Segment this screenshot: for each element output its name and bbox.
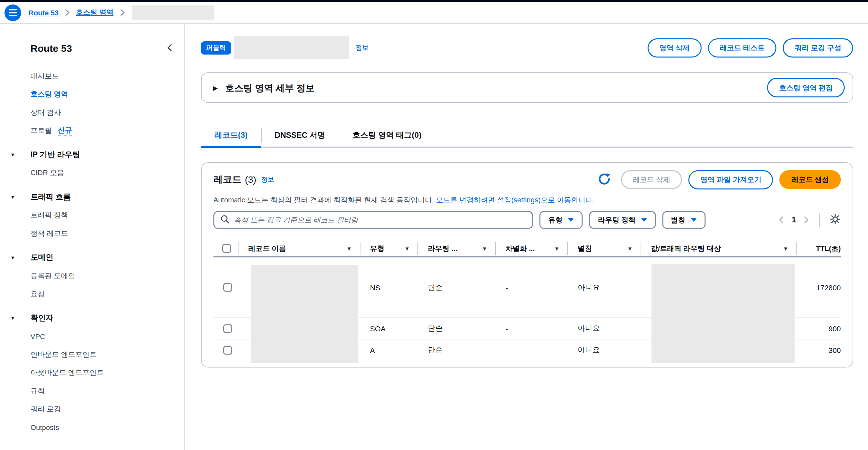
caret-right-icon[interactable]: ▶ [213,84,218,91]
sidebar-item-registered-domains[interactable]: 등록된 도메인 [9,267,174,285]
chevron-right-icon [119,9,126,17]
record-type-cell: SOA [360,324,418,333]
sidebar-item-outposts[interactable]: Outposts [9,418,174,437]
tab-zone-tags[interactable]: 호스팅 영역 태그(0) [339,125,435,147]
routing-policy-cell: 단순 [418,324,496,333]
sidebar-item-query-logging[interactable]: 쿼리 로깅 [9,400,174,419]
table-settings-button[interactable] [830,213,841,226]
sidebar-section-domains[interactable]: ▼ 도메인 [9,249,174,267]
record-values-redacted [652,264,795,363]
caret-down-icon: ▼ [9,316,31,321]
ttl-cell: 172800 [797,283,841,292]
column-alias: 별칭 [578,244,592,253]
next-page-button[interactable] [803,216,809,224]
zone-name-redacted [234,36,349,59]
record-search-box[interactable] [213,211,533,229]
row-checkbox[interactable] [223,346,232,355]
public-zone-badge: 퍼블릭 [201,41,231,55]
records-table-header: 레코드 이름▼ 유형▼ 라우팅 ...▼ 차별화 ...▼ 별칭▼ 값/트래픽 … [213,241,841,258]
hamburger-icon [9,12,17,13]
caret-down-icon: ▼ [9,152,31,157]
sidebar-section-resolver[interactable]: ▼ 확인자 [9,309,174,327]
breadcrumb: Route 53 호스팅 영역 [29,6,214,20]
sidebar-item-health-checks[interactable]: 상태 검사 [9,103,174,122]
search-icon [220,214,230,226]
sidebar-item-dashboard[interactable]: 대시보드 [9,67,174,85]
column-record-name: 레코드 이름 [248,244,286,253]
differentiator-cell: - [496,324,568,333]
column-type: 유형 [370,244,384,253]
alias-cell: 아니요 [568,346,641,355]
sidebar-item-profiles[interactable]: 프로필 신규 [9,122,174,140]
import-zone-file-button[interactable]: 영역 파일 가져오기 [689,170,773,189]
records-description: Automatic 모드는 최상의 필터 결과에 최적화된 현재 검색 동작입니… [213,196,841,205]
record-names-redacted [251,265,358,363]
sidebar-item-policy-records[interactable]: 정책 레코드 [9,224,174,243]
tab-dnssec-signing[interactable]: DNSSEC 서명 [261,125,339,147]
chevron-left-icon [166,43,174,54]
breadcrumb-route53-link[interactable]: Route 53 [29,8,59,17]
zone-info-link[interactable]: 정보 [355,43,368,52]
configure-query-logging-button[interactable]: 쿼리 로깅 구성 [783,38,853,57]
sidebar-title: Route 53 [9,41,72,55]
row-checkbox[interactable] [223,324,232,333]
sort-icon[interactable]: ▼ [346,246,352,251]
records-title: 레코드 [213,173,242,186]
delete-record-button[interactable]: 레코드 삭제 [621,170,682,189]
sidebar-item-vpc[interactable]: VPC [9,327,174,346]
hamburger-menu-button[interactable] [5,4,21,21]
record-type-cell: NS [360,283,418,292]
record-filter-input[interactable] [234,216,526,224]
sort-icon[interactable]: ▼ [482,246,487,251]
hamburger-icon [9,15,17,16]
current-page[interactable]: 1 [792,215,796,224]
column-differentiator: 차별화 ... [505,244,535,253]
sidebar-item-inbound-endpoints[interactable]: 인바운드 엔드포인트 [9,346,174,364]
records-count: (3) [245,174,256,185]
sidebar-item-outbound-endpoints[interactable]: 아웃바운드 엔드포인트 [9,364,174,382]
settings-mode-link[interactable]: 모드를 변경하려면 설정(settings)으로 이동합니다. [436,196,594,204]
test-record-button[interactable]: 레코드 테스트 [708,38,777,57]
refresh-button[interactable] [597,172,612,188]
sort-icon[interactable]: ▼ [627,246,633,251]
sidebar-item-cidr-collections[interactable]: CIDR 모음 [9,164,174,182]
new-badge-link[interactable]: 신규 [58,125,72,136]
records-filter-row: 유형 라우팅 정책 별칭 1 [213,211,841,229]
hamburger-icon [9,9,17,10]
routing-policy-filter-dropdown[interactable]: 라우팅 정책 [589,211,656,229]
alias-cell: 아니요 [568,283,641,292]
delete-zone-button[interactable]: 영역 삭제 [647,38,702,57]
row-checkbox[interactable] [223,283,232,292]
records-info-link[interactable]: 정보 [261,175,274,184]
route53-console: Route 53 호스팅 영역 Route 53 대시보드 호스팅 영역 상태 … [0,0,868,450]
caret-down-icon [568,218,574,222]
record-type-cell: A [360,346,418,355]
sidebar-collapse-button[interactable] [166,43,174,54]
records-table-body: NS 단순 - 아니요 172800 SOA 단순 - 아니요 900 [213,258,841,361]
create-record-button[interactable]: 레코드 생성 [779,170,841,189]
previous-page-button[interactable] [778,216,784,224]
alias-cell: 아니요 [568,324,641,333]
type-filter-dropdown[interactable]: 유형 [539,211,583,229]
sidebar-section-traffic-flow[interactable]: ▼ 트래픽 흐름 [9,188,174,206]
sidebar-item-traffic-policies[interactable]: 트래픽 정책 [9,206,174,225]
breadcrumb-hosted-zones-link[interactable]: 호스팅 영역 [76,8,114,18]
sort-icon[interactable]: ▼ [783,246,788,251]
sidebar-item-rules[interactable]: 규칙 [9,382,174,400]
column-ttl: TTL(초) [816,244,841,253]
ttl-cell: 900 [797,324,841,333]
routing-policy-cell: 단순 [418,346,496,355]
sidebar-section-ip-routing[interactable]: ▼ IP 기반 라우팅 [9,146,174,164]
sort-icon[interactable]: ▼ [554,246,560,251]
routing-policy-cell: 단순 [418,283,496,292]
caret-down-icon [641,218,647,222]
sort-icon[interactable]: ▼ [404,246,410,251]
sidebar-item-hosted-zones[interactable]: 호스팅 영역 [9,85,174,103]
select-all-checkbox[interactable] [222,244,231,253]
sidebar-item-requests[interactable]: 요청 [9,285,174,303]
chevron-right-icon [64,9,70,17]
tab-records[interactable]: 레코드(3) [201,125,261,147]
edit-hosted-zone-button[interactable]: 호스팅 영역 편집 [767,78,845,97]
alias-filter-dropdown[interactable]: 별칭 [662,211,705,229]
main-content: 퍼블릭 정보 영역 삭제 레코드 테스트 쿼리 로깅 구성 ▶ 호스팅 영역 세… [185,24,868,450]
